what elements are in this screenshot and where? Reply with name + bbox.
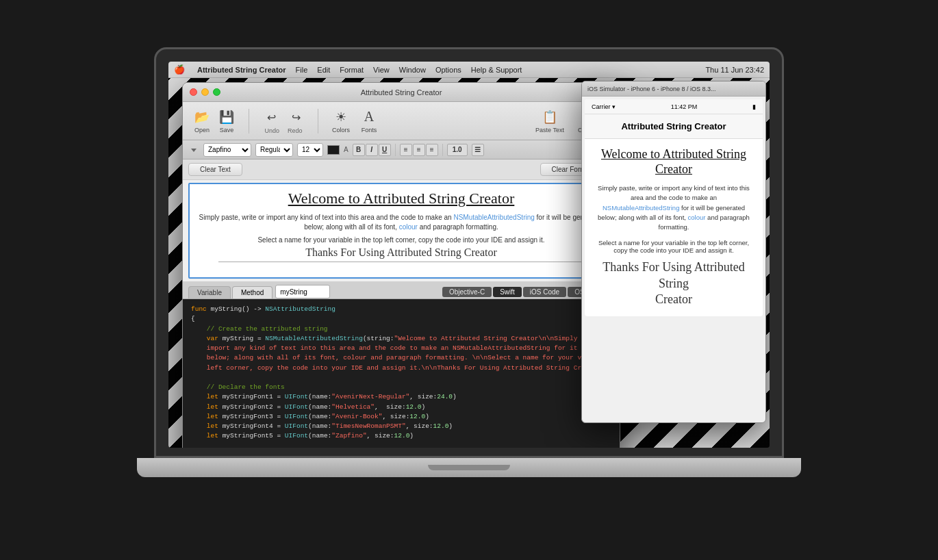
style-select[interactable]: Regular <box>255 143 293 157</box>
code-line-5: import any kind of text into this area a… <box>191 344 611 353</box>
bold-btn[interactable]: B <box>353 144 365 156</box>
code-line-12: let myStringFont4 = UIFont(name:"TimesNe… <box>191 422 611 431</box>
open-save-group: 📂 Open 💾 Save <box>191 107 238 135</box>
list-btn[interactable]: ☰ <box>472 144 484 156</box>
tab-method[interactable]: Method <box>232 286 272 298</box>
ios-sig-line2: Creator <box>593 292 755 307</box>
underline-btn[interactable]: U <box>379 144 391 156</box>
code-line-4: var myString = NSMutableAttributedString… <box>191 334 611 344</box>
menu-edit[interactable]: Edit <box>317 66 330 74</box>
ios-signature: Thanks For Using Attributed String Creat… <box>593 259 755 307</box>
paste-text-icon: 📋 <box>542 109 558 125</box>
ios-sig-line1: Thanks For Using Attributed String <box>593 259 755 292</box>
spacing-btn[interactable]: 1.0 <box>447 144 468 156</box>
menu-view[interactable]: View <box>373 66 390 74</box>
undo-button[interactable]: ↩ <box>260 108 282 127</box>
colors-button[interactable]: ☀ Colors <box>329 107 353 135</box>
colors-fonts-group: ☀ Colors A Fonts <box>329 107 380 135</box>
app-name[interactable]: Attributed String Creator <box>197 66 286 74</box>
italic-btn[interactable]: I <box>366 144 378 156</box>
undo-label: Undo <box>264 127 279 134</box>
align-right-btn[interactable]: ≡ <box>426 144 438 156</box>
code-line-7: left corner, copy the code into your IDE… <box>191 364 611 373</box>
code-line-9: let myStringFont1 = UIFont(name:"AvenirN… <box>191 392 611 402</box>
svg-marker-0 <box>191 149 197 152</box>
menu-help[interactable]: Help & Support <box>471 66 522 74</box>
fonts-button[interactable]: A Fonts <box>358 107 380 135</box>
paste-text-button[interactable]: 📋 Paste Text <box>533 107 567 135</box>
undo-icon: ↩ <box>263 110 279 126</box>
ios-nav-title: Attributed String Creator <box>621 121 726 131</box>
apple-menu[interactable]: 🍎 <box>174 64 185 75</box>
laptop-notch <box>428 465 510 470</box>
open-icon: 📂 <box>194 109 210 125</box>
text-preview-area[interactable]: Welcome to Attributed String Creator Sim… <box>188 183 614 279</box>
toolbar-sep-2 <box>318 109 318 133</box>
size-select[interactable]: 12 <box>297 143 323 157</box>
tab-variable[interactable]: Variable <box>188 286 231 298</box>
main-app-window: Attributed String Creator 📂 Open 💾 Save <box>182 82 620 448</box>
code-line-13: let myStringFont5 = UIFont(name:"Zapfino… <box>191 431 611 441</box>
tab-ios-code[interactable]: iOS Code <box>523 287 566 297</box>
toolbar-sep-1 <box>249 109 249 133</box>
ios-body-text: Simply paste, write or import any kind o… <box>598 184 750 201</box>
menu-file[interactable]: File <box>296 66 308 74</box>
preview-title: Welcome to Attributed String Creator <box>198 190 605 207</box>
sep <box>395 144 396 156</box>
toolbar: 📂 Open 💾 Save ↩ <box>183 102 620 140</box>
align-left-btn[interactable]: ≡ <box>400 144 412 156</box>
ios-content: Welcome to Attributed String Creator Sim… <box>585 139 763 316</box>
save-button[interactable]: 💾 Save <box>216 107 238 135</box>
menu-window[interactable]: Window <box>399 66 426 74</box>
ios-simulator-window: iOS Simulator - iPhone 6 - iPhone 8 / iO… <box>581 81 766 423</box>
tab-objective-c[interactable]: Objective-C <box>442 287 492 297</box>
clearbar: Clear Text Clear Formatting <box>183 160 620 180</box>
colors-icon: ☀ <box>333 109 349 125</box>
code-line-8: // Declare the fonts <box>191 383 611 392</box>
paste-text-label: Paste Text <box>535 127 564 133</box>
open-button[interactable]: 📂 Open <box>191 107 213 135</box>
ios-select-text: Select a name for your variable in the t… <box>593 239 755 254</box>
menu-format[interactable]: Format <box>340 66 364 74</box>
code-line-2: { <box>191 314 611 324</box>
format-icon-a: A <box>344 146 348 153</box>
format-arrow-icon <box>188 144 199 155</box>
ios-screen: Carrier ▾ 11:42 PM ▮ Attributed String C… <box>585 99 763 316</box>
tab-swift[interactable]: Swift <box>493 287 522 297</box>
menubar-right: Thu 11 Jun 23:42 <box>705 66 764 74</box>
save-icon: 💾 <box>218 109 235 125</box>
ios-colour-link: colour <box>688 214 706 221</box>
app-titlebar: Attributed String Creator <box>183 83 620 102</box>
ios-body-link: NSMutableAttributedString <box>603 204 679 212</box>
color-swatch[interactable] <box>327 145 340 155</box>
code-line-blank1 <box>191 373 611 383</box>
ios-titlebar: iOS Simulator - iPhone 6 - iPhone 8 / iO… <box>582 81 765 97</box>
formatbar: Zapfino Regular 12 A B I U <box>183 140 620 160</box>
ios-window-title: iOS Simulator - iPhone 6 - iPhone 8 / iO… <box>587 86 716 92</box>
code-line-6: below; along with all of its font, colou… <box>191 353 611 363</box>
maximize-button[interactable] <box>213 88 220 96</box>
wifi-icon: ▾ <box>612 103 616 110</box>
fonts-icon: A <box>361 109 377 125</box>
preview-link1: NSMutableAttributedString <box>453 214 534 221</box>
preview-body-text3: and paragraph formatting. <box>418 223 498 231</box>
tab-row: Variable Method Objective-C Swift iOS Co… <box>183 281 620 299</box>
laptop-base <box>137 458 801 477</box>
fonts-label: Fonts <box>362 127 377 133</box>
code-line-10: let myStringFont2 = UIFont(name:"Helveti… <box>191 403 611 412</box>
screen-content: 🍎 Attributed String Creator File Edit Fo… <box>168 62 770 448</box>
variable-name-input[interactable] <box>275 285 330 298</box>
ios-time: 11:42 PM <box>671 103 698 110</box>
clear-text-button[interactable]: Clear Text <box>188 163 242 176</box>
traffic-lights <box>190 88 220 96</box>
minimize-button[interactable] <box>201 88 209 96</box>
align-buttons: B I U <box>353 144 391 156</box>
code-line-3: // Create the attributed string <box>191 324 611 334</box>
preview-body: Simply paste, write or import any kind o… <box>198 213 605 232</box>
align-center-btn[interactable]: ≡ <box>413 144 425 156</box>
menu-options[interactable]: Options <box>435 66 461 74</box>
close-button[interactable] <box>190 88 197 96</box>
code-line-11: let myStringFont3 = UIFont(name:"Avenir-… <box>191 412 611 422</box>
font-select[interactable]: Zapfino <box>203 143 251 157</box>
redo-button[interactable]: ↪ <box>285 108 307 127</box>
